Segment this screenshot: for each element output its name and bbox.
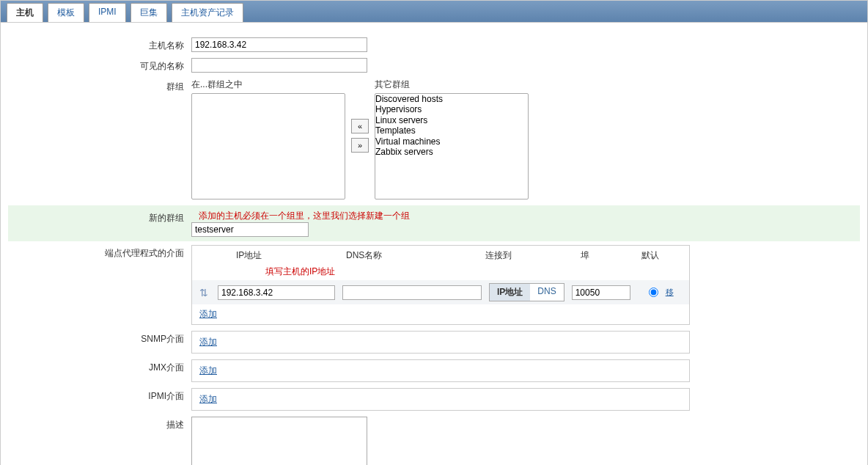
tab-ipmi[interactable]: IPMI: [89, 3, 126, 22]
snmp-add-link[interactable]: 添加: [199, 337, 217, 347]
tab-inventory[interactable]: 主机资产记录: [172, 3, 243, 22]
dns-header: DNS名称: [346, 249, 485, 262]
iface-default-radio[interactable]: [649, 288, 658, 297]
ipmi-add-link[interactable]: 添加: [199, 394, 217, 404]
tab-template[interactable]: 模板: [48, 3, 84, 22]
groups-label: 群组: [8, 78, 191, 93]
description-label: 描述: [8, 417, 191, 431]
other-groups-label: 其它群组: [375, 78, 529, 91]
port-header: 埠: [581, 249, 632, 262]
iface-move-link[interactable]: 移: [666, 287, 674, 298]
ipmi-iface-label: IPMI介面: [8, 388, 191, 403]
group-option[interactable]: Virtual machines: [375, 136, 528, 147]
new-group-note: 添加的主机必须在一个组里，这里我们选择新建一个组: [199, 210, 410, 221]
connect-ip-toggle[interactable]: IP地址: [490, 284, 530, 301]
tabs: 主机 模板 IPMI 巨集 主机资产记录: [1, 1, 867, 23]
group-option[interactable]: Hypervisors: [375, 104, 528, 114]
in-groups-label: 在...群组之中: [191, 78, 345, 91]
visiblename-label: 可见的名称: [8, 58, 191, 73]
tab-macro[interactable]: 巨集: [130, 3, 167, 22]
description-textarea[interactable]: [191, 417, 367, 465]
hostname-label: 主机名称: [8, 37, 191, 52]
connect-dns-toggle[interactable]: DNS: [530, 284, 563, 301]
ip-note: 填写主机的IP地址: [192, 266, 689, 278]
default-header: 默认: [632, 249, 669, 262]
snmp-iface-label: SNMP介面: [8, 331, 191, 345]
visiblename-input[interactable]: [191, 58, 367, 73]
hostname-input[interactable]: [191, 37, 367, 52]
move-right-button[interactable]: »: [351, 138, 369, 153]
tab-host[interactable]: 主机: [7, 3, 43, 22]
iface-port-input[interactable]: [572, 285, 630, 300]
agent-iface-label: 端点代理程式的介面: [8, 245, 191, 260]
in-groups-list[interactable]: [191, 93, 345, 199]
group-option[interactable]: Templates: [375, 125, 528, 136]
other-groups-list[interactable]: Discovered hostsHypervisorsLinux servers…: [375, 93, 529, 199]
group-option[interactable]: Linux servers: [375, 115, 528, 125]
connect-header: 连接到: [485, 249, 581, 262]
jmx-iface-label: JMX介面: [8, 359, 191, 374]
agent-add-link[interactable]: 添加: [199, 309, 217, 319]
iface-dns-input[interactable]: [342, 285, 482, 300]
move-left-button[interactable]: «: [351, 119, 369, 133]
ip-header: IP地址: [236, 249, 346, 262]
new-group-label: 新的群组: [8, 210, 191, 224]
new-group-input[interactable]: [191, 222, 309, 237]
drag-handle-icon[interactable]: ⇅: [199, 287, 218, 299]
group-option[interactable]: Discovered hosts: [375, 94, 528, 104]
jmx-add-link[interactable]: 添加: [199, 365, 217, 376]
group-option[interactable]: Zabbix servers: [375, 147, 528, 157]
iface-ip-input[interactable]: [218, 285, 335, 300]
